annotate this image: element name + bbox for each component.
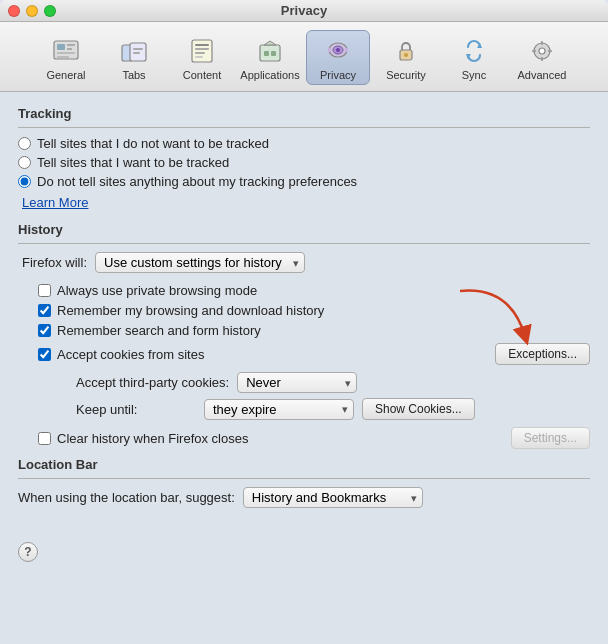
maximize-button[interactable]: [44, 5, 56, 17]
history-section: History Firefox will: Remember history N…: [18, 222, 590, 449]
location-bar-divider: [18, 478, 590, 479]
browsing-history-row[interactable]: Remember my browsing and download histor…: [38, 303, 590, 318]
exceptions-area: Exceptions...: [495, 343, 590, 365]
tracking-radio-0[interactable]: [18, 137, 31, 150]
tracking-title: Tracking: [18, 106, 590, 121]
toolbar-label-tabs: Tabs: [122, 69, 145, 81]
location-suggest-dropdown[interactable]: History and Bookmarks History Bookmarks …: [243, 487, 423, 508]
clear-history-row: Clear history when Firefox closes Settin…: [38, 427, 590, 449]
toolbar-item-security[interactable]: Security: [374, 30, 438, 85]
toolbar-item-applications[interactable]: Applications: [238, 30, 302, 85]
svg-rect-33: [548, 50, 552, 52]
firefox-will-row: Firefox will: Remember history Never rem…: [18, 252, 590, 273]
learn-more-link[interactable]: Learn More: [22, 195, 88, 210]
location-bar-section: Location Bar When using the location bar…: [18, 457, 590, 508]
svg-rect-30: [541, 41, 543, 45]
sync-icon: [458, 35, 490, 67]
tracking-radio-2[interactable]: [18, 175, 31, 188]
svg-rect-5: [57, 56, 69, 58]
svg-rect-13: [195, 52, 205, 54]
security-icon: [390, 35, 422, 67]
private-browsing-label: Always use private browsing mode: [57, 283, 257, 298]
svg-marker-16: [264, 41, 276, 45]
toolbar-item-privacy[interactable]: Privacy: [306, 30, 370, 85]
svg-rect-11: [195, 44, 209, 46]
toolbar-label-sync: Sync: [462, 69, 486, 81]
browsing-history-label: Remember my browsing and download histor…: [57, 303, 324, 318]
accept-cookies-label-row[interactable]: Accept cookies from sites: [38, 347, 204, 362]
show-cookies-button[interactable]: Show Cookies...: [362, 398, 475, 420]
svg-rect-12: [195, 48, 209, 50]
svg-rect-18: [271, 51, 276, 56]
third-party-row: Accept third-party cookies: Always From …: [76, 372, 590, 393]
settings-button[interactable]: Settings...: [511, 427, 590, 449]
exceptions-button[interactable]: Exceptions...: [495, 343, 590, 365]
close-button[interactable]: [8, 5, 20, 17]
third-party-dropdown-wrapper: Always From visited Never: [237, 372, 357, 393]
bottom-bar: ?: [0, 534, 608, 570]
svg-rect-4: [57, 52, 75, 54]
search-history-checkbox[interactable]: [38, 324, 51, 337]
tracking-option-0-label: Tell sites that I do not want to be trac…: [37, 136, 269, 151]
location-bar-title: Location Bar: [18, 457, 590, 472]
tabs-icon: [118, 35, 150, 67]
accept-cookies-checkbox[interactable]: [38, 348, 51, 361]
toolbar: General Tabs: [0, 22, 608, 92]
tracking-radio-1[interactable]: [18, 156, 31, 169]
svg-point-29: [539, 48, 545, 54]
tracking-option-1[interactable]: Tell sites that I want to be tracked: [18, 155, 590, 170]
accept-cookies-label: Accept cookies from sites: [57, 347, 204, 362]
history-dropdown-wrapper: Remember history Never remember history …: [95, 252, 305, 273]
toolbar-item-content[interactable]: Content: [170, 30, 234, 85]
clear-history-checkbox[interactable]: [38, 432, 51, 445]
general-icon: [50, 35, 82, 67]
content-area: Tracking Tell sites that I do not want t…: [0, 92, 608, 534]
tracking-option-2-label: Do not tell sites anything about my trac…: [37, 174, 357, 189]
toolbar-item-general[interactable]: General: [34, 30, 98, 85]
clear-history-label-row[interactable]: Clear history when Firefox closes: [38, 431, 248, 446]
tracking-radio-group: Tell sites that I do not want to be trac…: [18, 136, 590, 189]
history-dropdown[interactable]: Remember history Never remember history …: [95, 252, 305, 273]
private-browsing-row[interactable]: Always use private browsing mode: [38, 283, 590, 298]
svg-rect-17: [264, 51, 269, 56]
svg-rect-9: [133, 52, 140, 54]
location-suggest-row: When using the location bar, suggest: Hi…: [18, 487, 590, 508]
svg-point-25: [404, 53, 408, 57]
cookies-sub-settings: Accept third-party cookies: Always From …: [38, 372, 590, 420]
tracking-option-1-label: Tell sites that I want to be tracked: [37, 155, 229, 170]
toolbar-item-advanced[interactable]: Advanced: [510, 30, 574, 85]
window-title: Privacy: [281, 3, 327, 18]
clear-history-label: Clear history when Firefox closes: [57, 431, 248, 446]
accept-cookies-row: Accept cookies from sites: [38, 343, 590, 365]
history-divider: [18, 243, 590, 244]
history-title: History: [18, 222, 590, 237]
keep-until-label: Keep until:: [76, 402, 196, 417]
minimize-button[interactable]: [26, 5, 38, 17]
toolbar-item-sync[interactable]: Sync: [442, 30, 506, 85]
svg-point-21: [336, 48, 340, 52]
search-history-row[interactable]: Remember search and form history: [38, 323, 590, 338]
private-browsing-checkbox[interactable]: [38, 284, 51, 297]
tracking-option-2[interactable]: Do not tell sites anything about my trac…: [18, 174, 590, 189]
svg-rect-23: [345, 48, 348, 52]
toolbar-label-security: Security: [386, 69, 426, 81]
privacy-icon: [322, 35, 354, 67]
help-button[interactable]: ?: [18, 542, 38, 562]
keep-until-dropdown[interactable]: they expire I close Firefox ask me every…: [204, 399, 354, 420]
svg-rect-22: [328, 48, 331, 52]
firefox-will-label: Firefox will:: [22, 255, 87, 270]
svg-rect-15: [260, 45, 280, 61]
content-icon: [186, 35, 218, 67]
tracking-option-0[interactable]: Tell sites that I do not want to be trac…: [18, 136, 590, 151]
toolbar-label-advanced: Advanced: [518, 69, 567, 81]
window: Privacy General: [0, 0, 608, 644]
svg-rect-10: [192, 40, 212, 62]
svg-rect-1: [57, 44, 65, 50]
browsing-history-checkbox[interactable]: [38, 304, 51, 317]
svg-rect-3: [67, 48, 72, 50]
toolbar-label-applications: Applications: [240, 69, 299, 81]
keep-until-dropdown-wrapper: they expire I close Firefox ask me every…: [204, 399, 354, 420]
history-checkboxes: Always use private browsing mode Remembe…: [18, 283, 590, 449]
toolbar-item-tabs[interactable]: Tabs: [102, 30, 166, 85]
third-party-dropdown[interactable]: Always From visited Never: [237, 372, 357, 393]
